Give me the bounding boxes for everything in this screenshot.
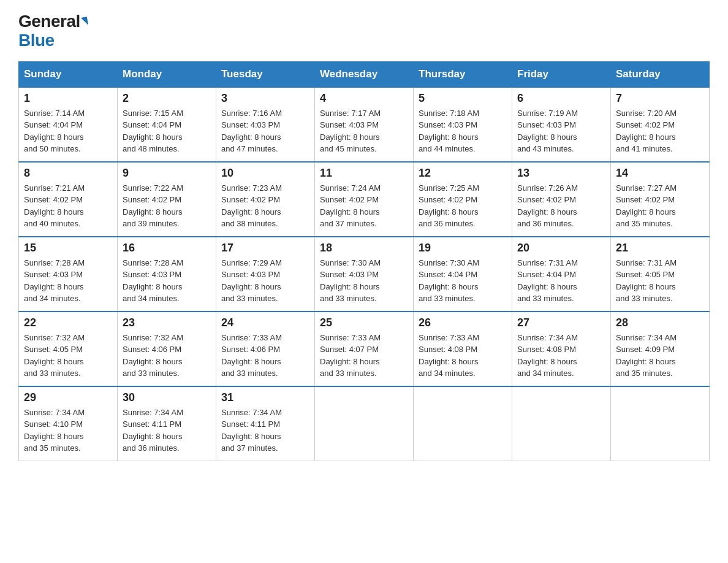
day-number: 23 (123, 316, 211, 329)
weekday-header-friday: Friday (512, 61, 611, 87)
weekday-header-tuesday: Tuesday (216, 61, 315, 87)
day-info: Sunrise: 7:30 AMSunset: 4:03 PMDaylight:… (320, 257, 408, 305)
day-number: 20 (517, 242, 605, 255)
day-info: Sunrise: 7:17 AMSunset: 4:03 PMDaylight:… (320, 107, 408, 155)
day-number: 9 (123, 167, 211, 180)
day-number: 29 (24, 391, 112, 404)
calendar-cell: 21Sunrise: 7:31 AMSunset: 4:05 PMDayligh… (611, 237, 710, 312)
day-info: Sunrise: 7:24 AMSunset: 4:02 PMDaylight:… (320, 182, 408, 230)
day-info: Sunrise: 7:31 AMSunset: 4:05 PMDaylight:… (616, 257, 704, 305)
calendar-cell: 10Sunrise: 7:23 AMSunset: 4:02 PMDayligh… (216, 162, 315, 237)
weekday-header-sunday: Sunday (19, 61, 118, 87)
day-number: 13 (517, 167, 605, 180)
calendar-cell: 11Sunrise: 7:24 AMSunset: 4:02 PMDayligh… (315, 162, 414, 237)
calendar-cell (414, 386, 512, 461)
weekday-header-monday: Monday (118, 61, 216, 87)
day-info: Sunrise: 7:20 AMSunset: 4:02 PMDaylight:… (616, 107, 704, 155)
calendar-cell: 1Sunrise: 7:14 AMSunset: 4:04 PMDaylight… (19, 87, 118, 162)
week-row-2: 8Sunrise: 7:21 AMSunset: 4:02 PMDaylight… (19, 162, 710, 237)
day-info: Sunrise: 7:34 AMSunset: 4:11 PMDaylight:… (221, 407, 309, 454)
calendar-cell: 22Sunrise: 7:32 AMSunset: 4:05 PMDayligh… (19, 312, 118, 386)
week-row-4: 22Sunrise: 7:32 AMSunset: 4:05 PMDayligh… (19, 312, 710, 386)
calendar-cell: 15Sunrise: 7:28 AMSunset: 4:03 PMDayligh… (19, 237, 118, 312)
calendar-cell (611, 386, 710, 461)
day-info: Sunrise: 7:18 AMSunset: 4:03 PMDaylight:… (419, 107, 507, 155)
day-info: Sunrise: 7:32 AMSunset: 4:05 PMDaylight:… (24, 332, 112, 380)
calendar-cell: 23Sunrise: 7:32 AMSunset: 4:06 PMDayligh… (118, 312, 216, 386)
calendar-cell: 29Sunrise: 7:34 AMSunset: 4:10 PMDayligh… (19, 386, 118, 461)
calendar-cell: 2Sunrise: 7:15 AMSunset: 4:04 PMDaylight… (118, 87, 216, 162)
logo-triangle-icon (81, 17, 88, 27)
calendar-cell: 8Sunrise: 7:21 AMSunset: 4:02 PMDaylight… (19, 162, 118, 237)
day-number: 27 (517, 316, 605, 329)
calendar-cell: 20Sunrise: 7:31 AMSunset: 4:04 PMDayligh… (512, 237, 611, 312)
day-number: 7 (616, 92, 704, 105)
day-info: Sunrise: 7:29 AMSunset: 4:03 PMDaylight:… (221, 257, 309, 305)
calendar-cell: 7Sunrise: 7:20 AMSunset: 4:02 PMDaylight… (611, 87, 710, 162)
calendar-cell: 24Sunrise: 7:33 AMSunset: 4:06 PMDayligh… (216, 312, 315, 386)
day-info: Sunrise: 7:34 AMSunset: 4:11 PMDaylight:… (123, 407, 211, 454)
day-number: 28 (616, 316, 704, 329)
calendar-cell: 25Sunrise: 7:33 AMSunset: 4:07 PMDayligh… (315, 312, 414, 386)
calendar-cell: 14Sunrise: 7:27 AMSunset: 4:02 PMDayligh… (611, 162, 710, 237)
day-info: Sunrise: 7:14 AMSunset: 4:04 PMDaylight:… (24, 107, 112, 155)
day-number: 2 (123, 92, 211, 105)
calendar-cell: 26Sunrise: 7:33 AMSunset: 4:08 PMDayligh… (414, 312, 512, 386)
page-header: General Blue (18, 12, 710, 50)
day-number: 5 (419, 92, 507, 105)
day-number: 4 (320, 92, 408, 105)
weekday-header-row: SundayMondayTuesdayWednesdayThursdayFrid… (19, 61, 710, 87)
weekday-header-saturday: Saturday (611, 61, 710, 87)
day-info: Sunrise: 7:32 AMSunset: 4:06 PMDaylight:… (123, 332, 211, 380)
day-number: 25 (320, 316, 408, 329)
calendar-cell: 27Sunrise: 7:34 AMSunset: 4:08 PMDayligh… (512, 312, 611, 386)
calendar-cell: 13Sunrise: 7:26 AMSunset: 4:02 PMDayligh… (512, 162, 611, 237)
day-info: Sunrise: 7:16 AMSunset: 4:03 PMDaylight:… (221, 107, 309, 155)
day-info: Sunrise: 7:34 AMSunset: 4:10 PMDaylight:… (24, 407, 112, 454)
day-info: Sunrise: 7:34 AMSunset: 4:09 PMDaylight:… (616, 332, 704, 380)
calendar-cell: 17Sunrise: 7:29 AMSunset: 4:03 PMDayligh… (216, 237, 315, 312)
day-info: Sunrise: 7:33 AMSunset: 4:08 PMDaylight:… (419, 332, 507, 380)
day-number: 18 (320, 242, 408, 255)
calendar-cell: 28Sunrise: 7:34 AMSunset: 4:09 PMDayligh… (611, 312, 710, 386)
day-number: 24 (221, 316, 309, 329)
day-number: 26 (419, 316, 507, 329)
day-number: 12 (419, 167, 507, 180)
day-info: Sunrise: 7:31 AMSunset: 4:04 PMDaylight:… (517, 257, 605, 305)
day-number: 3 (221, 92, 309, 105)
calendar-cell: 12Sunrise: 7:25 AMSunset: 4:02 PMDayligh… (414, 162, 512, 237)
day-info: Sunrise: 7:21 AMSunset: 4:02 PMDaylight:… (24, 182, 112, 230)
day-number: 1 (24, 92, 112, 105)
day-number: 10 (221, 167, 309, 180)
logo-general-text: General (18, 12, 80, 31)
week-row-1: 1Sunrise: 7:14 AMSunset: 4:04 PMDaylight… (19, 87, 710, 162)
calendar-cell: 30Sunrise: 7:34 AMSunset: 4:11 PMDayligh… (118, 386, 216, 461)
day-info: Sunrise: 7:34 AMSunset: 4:08 PMDaylight:… (517, 332, 605, 380)
calendar-cell: 4Sunrise: 7:17 AMSunset: 4:03 PMDaylight… (315, 87, 414, 162)
logo: General Blue (18, 12, 88, 50)
day-number: 19 (419, 242, 507, 255)
day-info: Sunrise: 7:28 AMSunset: 4:03 PMDaylight:… (24, 257, 112, 305)
calendar-cell: 3Sunrise: 7:16 AMSunset: 4:03 PMDaylight… (216, 87, 315, 162)
day-number: 8 (24, 167, 112, 180)
day-number: 21 (616, 242, 704, 255)
calendar-cell: 6Sunrise: 7:19 AMSunset: 4:03 PMDaylight… (512, 87, 611, 162)
calendar-cell: 16Sunrise: 7:28 AMSunset: 4:03 PMDayligh… (118, 237, 216, 312)
day-number: 6 (517, 92, 605, 105)
day-number: 15 (24, 242, 112, 255)
calendar-table: SundayMondayTuesdayWednesdayThursdayFrid… (18, 61, 710, 461)
week-row-5: 29Sunrise: 7:34 AMSunset: 4:10 PMDayligh… (19, 386, 710, 461)
day-info: Sunrise: 7:33 AMSunset: 4:07 PMDaylight:… (320, 332, 408, 380)
day-number: 31 (221, 391, 309, 404)
calendar-cell (315, 386, 414, 461)
week-row-3: 15Sunrise: 7:28 AMSunset: 4:03 PMDayligh… (19, 237, 710, 312)
weekday-header-thursday: Thursday (414, 61, 512, 87)
day-number: 14 (616, 167, 704, 180)
day-info: Sunrise: 7:27 AMSunset: 4:02 PMDaylight:… (616, 182, 704, 230)
day-info: Sunrise: 7:23 AMSunset: 4:02 PMDaylight:… (221, 182, 309, 230)
day-number: 11 (320, 167, 408, 180)
calendar-cell: 18Sunrise: 7:30 AMSunset: 4:03 PMDayligh… (315, 237, 414, 312)
day-info: Sunrise: 7:33 AMSunset: 4:06 PMDaylight:… (221, 332, 309, 380)
calendar-cell: 19Sunrise: 7:30 AMSunset: 4:04 PMDayligh… (414, 237, 512, 312)
day-info: Sunrise: 7:15 AMSunset: 4:04 PMDaylight:… (123, 107, 211, 155)
